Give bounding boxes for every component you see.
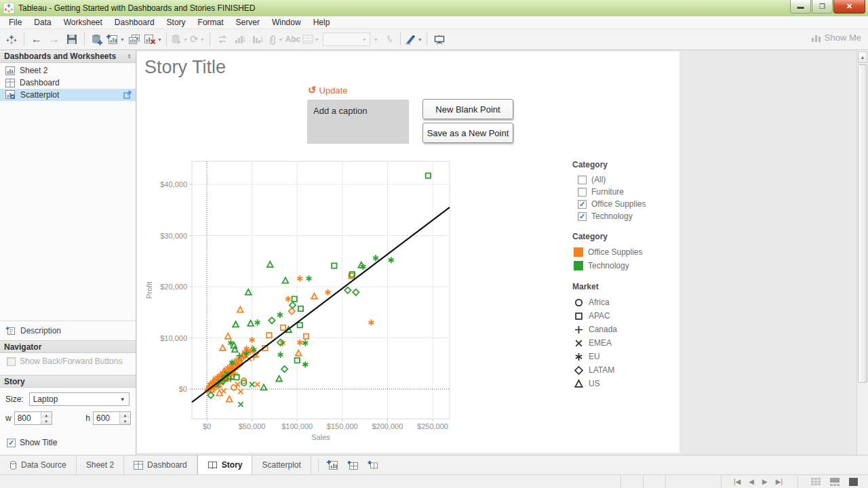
shape-legend-item-canada[interactable]: Canada xyxy=(574,323,675,336)
tab-story[interactable]: Story xyxy=(197,455,253,474)
arrow-down-icon[interactable]: ▼ xyxy=(41,418,52,424)
tab-label: Dashboard xyxy=(147,460,187,470)
sidebar-sheet-scatterplot[interactable]: Scatterplot xyxy=(0,89,136,101)
new-worksheet-button[interactable] xyxy=(323,457,343,473)
first-point-icon[interactable]: |◀ xyxy=(734,478,741,485)
menu-data[interactable]: Data xyxy=(28,16,57,28)
menu-dashboard[interactable]: Dashboard xyxy=(108,16,161,28)
arrow-up-icon[interactable]: ▲ xyxy=(120,412,130,418)
menu-window[interactable]: Window xyxy=(266,16,307,28)
open-sheet-icon[interactable] xyxy=(123,91,132,101)
shape-legend-item-us[interactable]: US xyxy=(574,377,675,390)
x-marker-icon xyxy=(574,338,584,348)
menu-file[interactable]: File xyxy=(3,16,28,28)
shape-legend-item-emea[interactable]: EMEA xyxy=(574,336,675,350)
update-button[interactable]: ↺ Update xyxy=(308,84,348,96)
chevron-down-icon: ▼ xyxy=(183,37,188,42)
presentation-mode-button[interactable] xyxy=(431,31,448,47)
menu-story[interactable]: Story xyxy=(161,16,192,28)
group-members-button: ▼ xyxy=(267,31,283,47)
dashboard-icon xyxy=(134,461,147,470)
clear-sheet-button[interactable]: ▼ xyxy=(144,31,162,47)
filter-item-technology[interactable]: ✓ Technology xyxy=(578,210,675,222)
refresh-button: ⟳▼ xyxy=(189,31,205,47)
sort-ascending-icon xyxy=(235,35,245,44)
tab-label: Data Source xyxy=(21,460,66,470)
undo-arrow-button[interactable]: ← xyxy=(28,31,45,47)
next-point-icon[interactable]: ▶ xyxy=(762,478,768,485)
color-legend-item-office-supplies[interactable]: Office Supplies xyxy=(574,245,675,259)
workspace: Dashboards and Worksheets ⇕ Sheet 2 Dash… xyxy=(0,50,868,455)
vertical-scrollbar[interactable]: ▲ xyxy=(856,50,868,455)
tableau-start-button[interactable] xyxy=(3,31,20,47)
show-back-forward-checkbox[interactable]: Show Back/Forward Buttons xyxy=(7,357,122,366)
show-filmstrip-icon[interactable] xyxy=(830,478,840,486)
size-dropdown[interactable]: Laptop ▼ xyxy=(29,392,130,406)
clear-sheet-icon xyxy=(144,34,156,45)
sidebar-divider xyxy=(0,321,136,321)
save-button[interactable] xyxy=(64,31,80,47)
arrow-up-icon[interactable]: ▲ xyxy=(41,412,52,418)
height-stepper[interactable]: 600 ▲▼ xyxy=(93,411,131,425)
highlight-button[interactable]: ▼ xyxy=(405,31,422,47)
new-worksheet-button[interactable]: ▼ xyxy=(106,31,125,47)
svg-text:$250,000: $250,000 xyxy=(417,422,448,430)
new-dashboard-button[interactable] xyxy=(343,457,363,473)
show-tabs-icon[interactable] xyxy=(811,478,821,486)
menu-format[interactable]: Format xyxy=(192,16,230,28)
arrow-down-icon[interactable]: ▼ xyxy=(120,418,130,424)
chevron-down-icon: ▼ xyxy=(279,37,283,42)
filter-item-all[interactable]: (All) xyxy=(578,174,675,186)
new-story-button[interactable] xyxy=(363,457,384,473)
sidebar-sheet-sheet-2[interactable]: Sheet 2 xyxy=(0,64,136,77)
show-fullscreen-icon[interactable] xyxy=(849,478,858,486)
scatter-plot[interactable]: $0$50,000$100,000$150,000$200,000$250,00… xyxy=(144,160,453,451)
caption-box[interactable]: Add a caption xyxy=(307,100,409,144)
filter-item-label: Technology xyxy=(591,211,633,221)
color-swatch xyxy=(574,261,583,270)
description-item[interactable]: Description xyxy=(0,322,136,339)
scrollbar-thumb[interactable] xyxy=(858,64,867,383)
sort-sheets-icon[interactable]: ⇕ xyxy=(127,54,132,60)
sort-descending-button xyxy=(250,31,266,47)
story-title[interactable]: Story Title xyxy=(144,57,226,78)
scroll-up-icon[interactable]: ▲ xyxy=(858,52,867,63)
tab-dashboard[interactable]: Dashboard xyxy=(124,455,197,474)
save-as-new-point-button[interactable]: Save as a New Point xyxy=(422,123,513,143)
shape-legend-item-apac[interactable]: APAC xyxy=(574,309,675,323)
svg-text:$0: $0 xyxy=(179,385,187,393)
highlight-icon xyxy=(405,35,416,45)
minimize-button[interactable]: ▬ xyxy=(790,0,811,14)
restore-button[interactable]: ❐ xyxy=(812,0,833,14)
menu-worksheet[interactable]: Worksheet xyxy=(58,16,108,28)
new-data-source-button[interactable] xyxy=(89,31,105,47)
stepper-arrows[interactable]: ▲▼ xyxy=(119,412,130,424)
menu-help[interactable]: Help xyxy=(307,16,336,28)
sheet-tab-bar: Data SourceSheet 2DashboardStoryScatterp… xyxy=(0,455,868,474)
last-point-icon[interactable]: ▶| xyxy=(776,478,783,485)
filter-item-office-supplies[interactable]: ✓ Office Supplies xyxy=(578,198,675,210)
filter-item-furniture[interactable]: Furniture xyxy=(578,186,675,198)
new-blank-point-button[interactable]: New Blank Point xyxy=(422,99,513,119)
shape-legend-item-eu[interactable]: EU xyxy=(574,350,675,363)
presentation-mode-icon xyxy=(433,35,446,45)
close-button[interactable]: ✕ xyxy=(833,0,865,14)
previous-point-icon[interactable]: ◀ xyxy=(749,478,754,485)
save-icon xyxy=(66,34,77,45)
stepper-arrows[interactable]: ▲▼ xyxy=(41,412,52,424)
shape-legend-item-latam[interactable]: LATAM xyxy=(574,363,675,377)
tab-sheet-2[interactable]: Sheet 2 xyxy=(77,455,124,474)
shape-legend-item-africa[interactable]: Africa xyxy=(574,296,675,309)
show-title-checkbox[interactable]: ✓ Show Title xyxy=(7,438,57,447)
sidebar-sheet-dashboard[interactable]: Dashboard xyxy=(0,77,136,89)
menu-server[interactable]: Server xyxy=(230,16,266,28)
show-me-button[interactable]: Show Me xyxy=(811,33,861,43)
fix-axes-icon xyxy=(383,35,393,44)
width-stepper[interactable]: 800 ▲▼ xyxy=(14,411,52,425)
tab-scatterplot[interactable]: Scatterplot xyxy=(252,455,311,474)
duplicate-sheet-button[interactable] xyxy=(126,31,142,47)
story-size-row: Size: Laptop ▼ xyxy=(5,392,130,406)
new-sheet-buttons xyxy=(318,455,384,474)
color-legend-item-technology[interactable]: Technology xyxy=(574,259,675,272)
tab-data-source[interactable]: Data Source xyxy=(0,455,77,474)
